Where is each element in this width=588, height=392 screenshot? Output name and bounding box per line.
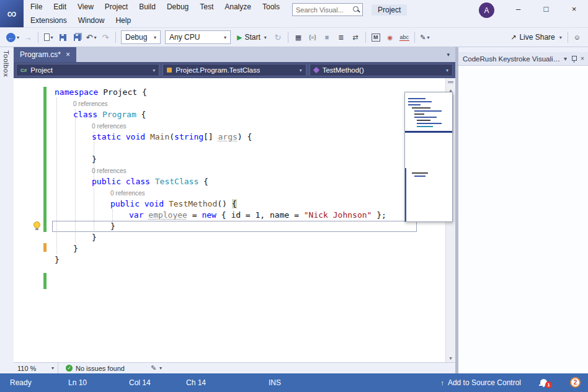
status-line-number[interactable]: Ln 10 [68,378,87,387]
main-toolbar: ← ▾ → ▾ ↶ ▾ ↷ Debug ▾ Any CPU ▾ ▶ Start … [0,27,588,47]
chevron-down-icon[interactable]: ▾ [264,35,267,40]
account-avatar[interactable]: A [479,2,494,18]
sync-view-button[interactable]: ⇄ [349,30,362,45]
solution-configuration-dropdown[interactable]: Debug ▾ [121,30,161,44]
code-line[interactable]: public void TestMethod() { [14,198,455,210]
code-line[interactable]: class Program { [14,109,455,120]
new-file-button[interactable]: ▾ [42,30,55,45]
menu-item[interactable]: View [72,1,99,13]
code-cleanup-button[interactable]: ✎ ▾ [151,364,162,372]
menu-row-2: ExtensionsWindowHelp [25,14,285,27]
new-file-icon [44,33,50,41]
maximize-button[interactable]: □ [532,0,560,17]
close-button[interactable]: × [560,0,588,17]
window-position-chevron-icon[interactable]: ▾ [564,55,567,62]
code-line[interactable]: } [14,243,455,254]
codelens-line[interactable]: 0 references [14,187,455,198]
zoom-dropdown[interactable]: 110 % ▾ [14,363,58,373]
menu-item[interactable]: Debug [161,1,194,13]
menu-item[interactable]: Build [133,1,161,13]
document-list-chevron-icon[interactable]: ▾ [447,51,450,58]
line-list-button[interactable]: ≡ [320,30,334,45]
save-button[interactable] [56,30,69,45]
codelens-line[interactable]: 0 references [14,98,455,109]
menu-item[interactable]: Edit [48,1,72,13]
spell-checker-button[interactable]: abc [398,30,411,45]
status-ready: Ready [10,378,32,387]
chevron-down-icon[interactable]: ▾ [159,365,162,371]
configuration-value: Debug [125,33,147,42]
menu-item[interactable]: Project [99,1,133,13]
quick-search-box[interactable] [292,3,363,16]
project-dropdown[interactable]: C# Project ▾ [16,64,159,76]
document-health-indicator[interactable]: ✓ No issues found [66,365,125,372]
health-label: No issues found [76,365,125,372]
code-line[interactable] [14,143,455,154]
panel-header[interactable]: CodeRush Keystroke Visuali… ▾ × [458,52,588,66]
code-line[interactable]: public class TestClass { [14,176,455,187]
minimap-line [414,110,442,112]
menu-item[interactable]: Tools [257,1,285,13]
code-places-button[interactable]: ◉ [383,30,397,45]
find-in-files-button[interactable]: ▦ [292,30,305,45]
redo-button[interactable]: ↷ [99,30,112,45]
type-dropdown[interactable]: Project.Program.TestClass ▾ [163,64,306,76]
codelens-line[interactable]: 0 references [14,120,455,131]
scroll-down-icon[interactable]: ▼ [446,354,455,362]
codelens-line[interactable]: 0 references [14,165,455,176]
menu-item[interactable]: File [25,1,48,13]
chevron-down-icon[interactable]: ▾ [94,35,96,40]
tab-program-cs[interactable]: Program.cs* × [14,47,76,62]
toolbox-tab[interactable]: Toolbox [2,50,10,77]
status-character-number[interactable]: Ch 14 [186,378,206,387]
add-to-source-control-button[interactable]: ↑ Add to Source Control [440,378,521,387]
pin-icon[interactable] [571,55,577,63]
code-line[interactable]: namespace Project { [14,87,455,98]
code-editor[interactable]: namespace Project {0 referencesclass Pro… [14,78,455,362]
chevron-down-icon[interactable]: ▾ [17,35,19,40]
hot-reload-button[interactable]: ↻ [271,30,285,45]
search-icon[interactable] [352,6,360,14]
close-panel-icon[interactable]: × [581,55,584,62]
feedback-icon[interactable]: ☺ [574,33,581,41]
method-icon [313,67,319,73]
code-line[interactable]: } [14,254,455,265]
chevron-down-icon[interactable]: ▾ [427,35,429,40]
search-input[interactable] [293,6,352,14]
minimap-divider [405,131,452,133]
code-line[interactable]: } [14,221,455,232]
minimize-button[interactable]: – [504,0,532,17]
member-list-button[interactable]: ≣ [334,30,348,45]
code-line[interactable]: var employee = new { id = 1, name = "Nic… [14,210,455,221]
feedback-badge[interactable]: 2 [570,377,581,388]
navigate-forward-button[interactable]: → [21,30,35,45]
minimap-preview[interactable] [404,92,453,222]
vs-logo-icon[interactable]: ∞ [0,0,24,27]
status-column-number[interactable]: Col 14 [129,378,151,387]
save-all-button[interactable] [70,30,84,45]
live-share-button[interactable]: Live Share [519,33,555,42]
minimap-line [412,172,428,174]
chevron-down-icon[interactable]: ▾ [51,35,53,40]
member-dropdown-value: TestMethod() [323,66,364,74]
code-line[interactable]: static void Main(string[] args) { [14,131,455,143]
member-dropdown[interactable]: TestMethod() ▾ [310,64,453,76]
start-debugging-button[interactable]: ▶ Start ▾ [233,30,270,45]
close-tab-icon[interactable]: × [66,50,70,59]
markdown-editor-button[interactable]: M [369,30,383,45]
menu-item[interactable]: Test [194,1,219,13]
undo-button[interactable]: ↶ ▾ [84,30,98,45]
code-line[interactable]: } [14,154,455,165]
navigate-back-button[interactable]: ← ▾ [5,30,20,45]
status-insert-mode[interactable]: INS [269,378,281,387]
split-editor-handle[interactable] [446,78,455,86]
code-line[interactable]: } [14,232,455,243]
code-annotate-button[interactable]: ✎ ▾ [418,30,432,45]
menu-item[interactable]: Extensions [25,14,73,27]
solution-platform-dropdown[interactable]: Any CPU ▾ [165,30,231,44]
chevron-down-icon[interactable]: ▾ [559,35,562,40]
quick-actions-button[interactable]: {=} [306,30,319,45]
menu-item[interactable]: Help [110,14,136,27]
menu-item[interactable]: Analyze [219,1,257,13]
menu-item[interactable]: Window [73,14,110,27]
